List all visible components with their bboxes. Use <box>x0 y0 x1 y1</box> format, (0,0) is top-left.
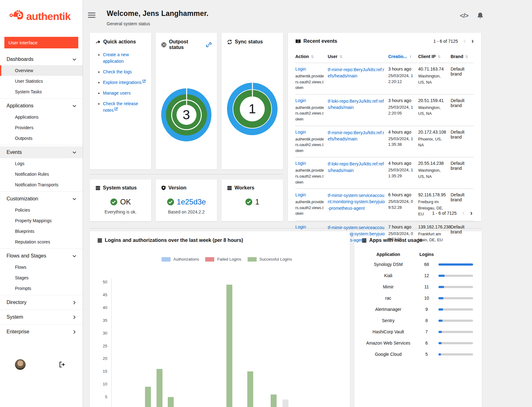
sidebar-item-providers[interactable]: Providers <box>0 122 83 133</box>
quick-action-link-check-the-logs[interactable]: Check the logs <box>103 69 132 74</box>
events-column-creatio[interactable]: Creatio...↑ <box>388 52 418 63</box>
sidebar-section-directory: Directory <box>0 295 83 310</box>
apps-application-name: Alertmanager <box>362 306 415 313</box>
sidebar-section-header-customization[interactable]: Customization <box>0 193 83 205</box>
version-value-link[interactable]: 1e25d3e <box>177 198 206 206</box>
server-icon <box>95 186 100 190</box>
events-column-user[interactable]: User⇅ <box>328 52 388 63</box>
authentik-logo[interactable]: authentik <box>0 0 83 32</box>
sidebar-section-label: Flows and Stages <box>7 253 46 259</box>
legend-swatch <box>162 257 171 262</box>
sort-asc-icon[interactable]: ↑ <box>409 54 412 59</box>
sidebar-item-user-statistics[interactable]: User Statistics <box>0 76 83 86</box>
event-user-link[interactable]: tf-loki-repo:BeryJu/k8s:ref:refs/heads/m… <box>328 161 385 174</box>
event-user-link[interactable]: tf-mimir-system:serviceaccount:monitorin… <box>328 192 385 211</box>
event-action-link[interactable]: Login <box>295 130 306 135</box>
sort-icon[interactable]: ⇅ <box>311 55 314 59</box>
sidebar-item-property-mappings[interactable]: Property Mappings <box>0 215 83 226</box>
sidebar-item-outposts[interactable]: Outposts <box>0 133 83 144</box>
logins-chart-card: Logins and authorizations over the last … <box>90 231 350 407</box>
apps-column-logins: Logins <box>415 252 438 257</box>
event-brand-cell: Default brand <box>451 94 474 126</box>
event-action-link[interactable]: Login <box>295 98 306 103</box>
sidebar-item-reputation-scores[interactable]: Reputation scores <box>0 237 83 247</box>
sidebar-item-policies[interactable]: Policies <box>0 205 83 215</box>
sidebar-section-header-enterprise[interactable]: Enterprise <box>0 326 83 338</box>
sidebar: authentik User interface DashboardsOverv… <box>0 0 83 407</box>
sidebar-section-header-dashboards[interactable]: Dashboards <box>0 53 83 65</box>
sidebar-item-notification-transports[interactable]: Notification Transports <box>0 179 83 190</box>
events-column-action[interactable]: Action⇅ <box>295 52 328 63</box>
chart-bar-successful-logins <box>283 400 288 407</box>
apps-bar-cell <box>438 297 474 299</box>
user-interface-button[interactable]: User interface <box>4 37 78 48</box>
table-row: Loginauthentik.providers.oauth2.views.to… <box>295 94 474 126</box>
apps-usage-bar-track <box>438 320 473 322</box>
sidebar-item-overview[interactable]: Overview <box>0 65 83 76</box>
sidebar-item-applications[interactable]: Applications <box>0 112 83 122</box>
sort-icon[interactable]: ⇅ <box>438 55 441 59</box>
sidebar-item-logs[interactable]: Logs <box>0 158 83 169</box>
quick-action-link-manage-users[interactable]: Manage users <box>103 91 131 96</box>
sort-icon[interactable]: ⇅ <box>339 55 342 59</box>
event-action-link[interactable]: Login <box>295 161 306 166</box>
user-avatar[interactable] <box>15 359 26 370</box>
sidebar-section-header-system[interactable]: System <box>0 311 83 323</box>
api-code-icon[interactable]: </> <box>460 12 468 19</box>
apps-usage-row: rac10 <box>362 292 474 304</box>
pagination-prev-icon[interactable]: ‹ <box>462 211 464 215</box>
events-column-client-ip[interactable]: Client IP⇅ <box>418 52 451 63</box>
sidebar-section-system: System <box>0 310 83 324</box>
workers-card: Workers 1 <box>221 179 283 221</box>
recent-events-title: Recent events <box>303 38 337 44</box>
event-user-link[interactable]: tf-mimir-repo:BeryJu/k8s:ref:refs/heads/… <box>328 130 385 142</box>
apps-login-count: 68 <box>415 262 438 267</box>
notifications-bell-icon[interactable] <box>477 12 483 19</box>
main-area: Welcome, Jens Langhammer. General system… <box>83 0 532 407</box>
outpost-link-icon[interactable] <box>206 42 211 47</box>
sidebar-section-label: Dashboards <box>7 56 33 62</box>
sign-out-icon[interactable] <box>59 362 65 367</box>
event-user-link[interactable]: tf-loki-repo:BeryJu/k8s:ref:refs/heads/m… <box>328 98 385 111</box>
quick-action-link-check-the-release-notes[interactable]: Check the release notes <box>103 101 138 113</box>
quick-action-link-create-a-new-application[interactable]: Create a new application <box>103 52 129 64</box>
check-circle-icon <box>110 198 118 206</box>
apps-usage-bar-fill <box>438 308 443 311</box>
event-user-cell: tf-mimir-repo:BeryJu/k8s:ref:refs/heads/… <box>328 63 388 95</box>
outpost-status-title: Outpost status <box>169 39 199 50</box>
event-action-cell: Loginauthentik.providers.oauth2.views.to… <box>295 63 328 95</box>
sidebar-item-blueprints[interactable]: Blueprints <box>0 226 83 237</box>
pagination-next-icon[interactable]: › <box>470 211 472 215</box>
apps-usage-bar-fill <box>438 286 444 288</box>
pagination-prev-icon[interactable]: ‹ <box>463 39 466 43</box>
legend-label: Successful Logins <box>259 257 292 262</box>
event-action-link[interactable]: Login <box>295 224 306 229</box>
chevron-down-icon <box>72 104 76 108</box>
sidebar-item-notification-rules[interactable]: Notification Rules <box>0 169 83 179</box>
authentik-logo-text: authentik <box>26 10 70 22</box>
sidebar-section-customization: CustomizationPoliciesProperty MappingsBl… <box>0 191 83 248</box>
sidebar-item-stages[interactable]: Stages <box>0 272 83 283</box>
event-action-cell: Loginauthentik.providers.oauth2.views.to… <box>295 157 328 189</box>
hamburger-menu-icon[interactable] <box>88 9 95 18</box>
sidebar-item-prompts[interactable]: Prompts <box>0 283 83 294</box>
event-user-link[interactable]: tf-mimir-repo:BeryJu/k8s:ref:refs/heads/… <box>328 66 385 79</box>
event-action-link[interactable]: Login <box>295 66 306 71</box>
sidebar-section-header-flows-and-stages[interactable]: Flows and Stages <box>0 250 83 262</box>
apps-usage-row: Synology DSM68 <box>362 259 474 270</box>
chevron-down-icon <box>72 254 76 258</box>
outpost-badge-icon <box>161 42 167 47</box>
events-column-brand[interactable]: Brand⇅ <box>451 52 474 63</box>
quick-action-link-explore-integrations[interactable]: Explore integrations <box>103 80 142 85</box>
sidebar-section-header-directory[interactable]: Directory <box>0 297 83 308</box>
sidebar-section-header-events[interactable]: Events <box>0 146 83 158</box>
pagination-next-icon[interactable]: › <box>472 39 474 43</box>
event-client-ip: 20.172.43.108 <box>418 130 447 135</box>
sort-icon[interactable]: ⇅ <box>465 55 468 59</box>
event-client-ip-cell: 139.162.176.238Frankfurt am Main, DE, EU <box>418 221 451 252</box>
chevron-down-icon <box>72 197 76 201</box>
sidebar-item-flows[interactable]: Flows <box>0 262 83 272</box>
sidebar-section-header-applications[interactable]: Applications <box>0 100 83 112</box>
sidebar-item-system-tasks[interactable]: System Tasks <box>0 86 83 97</box>
event-action-link[interactable]: Login <box>295 192 306 197</box>
